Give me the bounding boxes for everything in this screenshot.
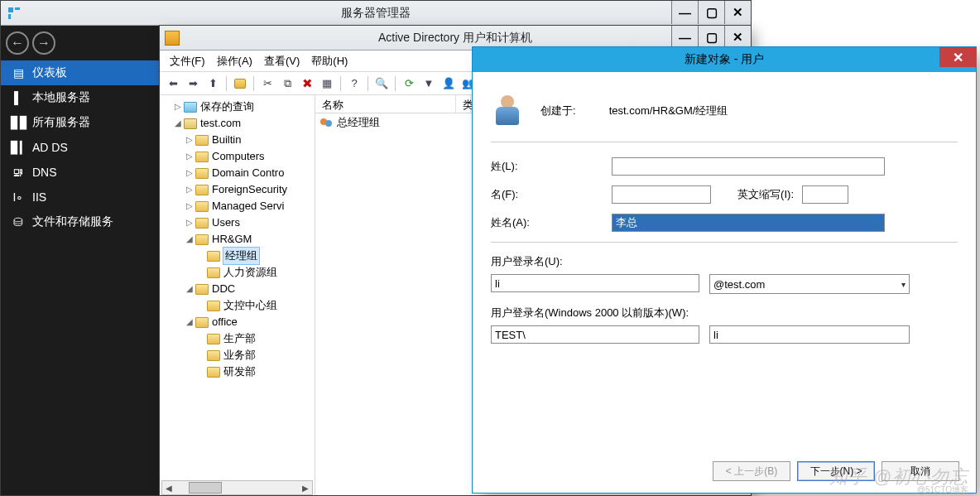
expand-icon[interactable]: ◢ xyxy=(185,231,194,248)
back-icon[interactable]: ⬅ xyxy=(165,75,181,92)
tree-node[interactable]: ▷Domain Contro xyxy=(163,165,315,181)
folder-icon xyxy=(184,118,197,129)
close-button[interactable]: ✕ xyxy=(724,26,751,49)
full-name-label: 姓名(A): xyxy=(491,215,612,230)
tree-label: ForeignSecurity xyxy=(212,181,287,198)
sidebar-item-label: IIS xyxy=(32,190,46,204)
expand-icon[interactable]: ▷ xyxy=(185,132,194,148)
nav-forward-button[interactable]: → xyxy=(32,31,55,55)
nav-back-button[interactable]: ← xyxy=(6,31,29,55)
tree-node[interactable]: ◢test.com xyxy=(163,115,315,132)
tree-label: 经理组 xyxy=(223,248,259,264)
menu-item[interactable]: 帮助(H) xyxy=(311,54,348,69)
minimize-button[interactable]: — xyxy=(671,1,698,24)
sidebar-item[interactable]: ▊▊所有服务器 xyxy=(1,110,160,135)
tree-node[interactable]: ▷Users xyxy=(163,214,315,231)
horizontal-scrollbar[interactable]: ◀▶ xyxy=(161,480,313,495)
sidebar-item[interactable]: ⛁文件和存储服务 xyxy=(1,209,160,234)
full-name-input[interactable]: 李总 xyxy=(612,214,885,232)
sam-domain-input xyxy=(491,325,699,344)
folder-icon xyxy=(207,334,220,344)
sidebar-icon: I∘ xyxy=(11,190,26,204)
cut-icon[interactable]: ✂ xyxy=(259,75,276,92)
sam-label: 用户登录名(Windows 2000 以前版本)(W): xyxy=(491,306,958,320)
sidebar-item[interactable]: ▊▎AD DS xyxy=(1,135,160,160)
menu-item[interactable]: 操作(A) xyxy=(217,54,252,69)
initials-label: 英文缩写(I): xyxy=(711,187,802,202)
new-user-icon[interactable]: 👤 xyxy=(440,75,457,92)
sidebar-item[interactable]: I∘IIS xyxy=(1,185,160,209)
chevron-down-icon: ▾ xyxy=(901,280,906,289)
tree-label: Computers xyxy=(212,148,265,165)
folder-icon xyxy=(195,284,209,295)
tree-node[interactable]: 人力资源组 xyxy=(163,264,315,281)
maximize-button[interactable]: ▢ xyxy=(698,1,724,24)
sam-user-input[interactable] xyxy=(709,325,910,344)
close-button[interactable]: ✕ xyxy=(724,1,751,24)
expand-icon[interactable]: ▷ xyxy=(185,165,194,181)
expand-icon[interactable]: ▷ xyxy=(185,181,194,198)
help-icon[interactable]: ? xyxy=(346,75,363,92)
sidebar-item-label: 文件和存储服务 xyxy=(32,214,113,229)
upn-user-input[interactable] xyxy=(491,274,699,292)
expand-icon[interactable]: ▷ xyxy=(173,99,182,115)
svg-rect-1 xyxy=(15,7,20,10)
expand-icon[interactable]: ◢ xyxy=(185,314,194,330)
tree-node[interactable]: ◢HR&GM xyxy=(163,231,315,248)
tree-node[interactable]: ▷Computers xyxy=(163,148,315,165)
minimize-button[interactable]: — xyxy=(671,26,698,49)
sidebar-icon: ▤ xyxy=(11,66,26,79)
tree-label: 人力资源组 xyxy=(223,264,277,281)
menu-item[interactable]: 文件(F) xyxy=(170,54,205,69)
up-icon[interactable]: ⬆ xyxy=(204,75,221,92)
next-button[interactable]: 下一步(N) > xyxy=(797,461,875,481)
folder-icon xyxy=(195,317,209,328)
tree-node[interactable]: ▷保存的查询 xyxy=(163,99,315,115)
col-type[interactable]: 类 xyxy=(456,95,471,113)
sidebar-item[interactable]: ▌本地服务器 xyxy=(1,85,160,110)
properties-icon[interactable]: ▦ xyxy=(319,75,335,92)
tree-node[interactable]: 生产部 xyxy=(163,330,315,347)
tree-label: 研发部 xyxy=(223,364,256,380)
filter-icon[interactable]: ▼ xyxy=(420,75,437,92)
back-button: < 上一步(B) xyxy=(713,461,790,481)
refresh-icon[interactable]: ⟳ xyxy=(401,75,417,92)
upn-domain-value: @test.com xyxy=(713,278,765,291)
group-icon xyxy=(320,117,334,128)
tree-node[interactable]: ▷Managed Servi xyxy=(163,198,315,214)
find-icon[interactable]: 🔍 xyxy=(373,75,390,92)
initials-input[interactable] xyxy=(802,185,848,204)
folder-icon[interactable] xyxy=(232,75,248,92)
server-manager-title: 服务器管理器 xyxy=(1,6,751,21)
sidebar-item[interactable]: ▤仪表板 xyxy=(1,60,160,85)
cancel-button[interactable]: 取消 xyxy=(882,461,959,481)
expand-icon[interactable]: ◢ xyxy=(173,115,182,132)
first-name-input[interactable] xyxy=(612,185,711,204)
folder-icon xyxy=(195,234,209,245)
folder-icon xyxy=(195,201,209,212)
maximize-button[interactable]: ▢ xyxy=(698,26,724,49)
last-name-input[interactable] xyxy=(612,157,885,176)
sidebar-item-label: 本地服务器 xyxy=(32,90,90,105)
tree-node[interactable]: 研发部 xyxy=(163,364,315,380)
aduc-tree[interactable]: ▷保存的查询◢test.com▷Builtin▷Computers▷Domain… xyxy=(160,95,315,495)
col-name[interactable]: 名称 xyxy=(315,95,456,113)
expand-icon[interactable]: ▷ xyxy=(185,214,194,231)
tree-node[interactable]: 文控中心组 xyxy=(163,297,315,314)
tree-node[interactable]: ◢office xyxy=(163,314,315,330)
upn-domain-select[interactable]: @test.com ▾ xyxy=(709,274,910,294)
tree-node[interactable]: 业务部 xyxy=(163,347,315,364)
sidebar-item[interactable]: 🖳DNS xyxy=(1,160,160,185)
forward-icon[interactable]: ➡ xyxy=(185,75,201,92)
tree-node[interactable]: ◢DDC xyxy=(163,281,315,297)
tree-node[interactable]: ▷Builtin xyxy=(163,132,315,148)
expand-icon[interactable]: ◢ xyxy=(185,281,194,297)
menu-item[interactable]: 查看(V) xyxy=(264,54,300,69)
expand-icon[interactable]: ▷ xyxy=(185,148,194,165)
close-button[interactable]: ✕ xyxy=(939,47,976,67)
expand-icon[interactable]: ▷ xyxy=(185,198,194,214)
copy-icon[interactable]: ⧉ xyxy=(279,75,295,92)
tree-node[interactable]: 经理组 xyxy=(163,248,315,264)
delete-icon[interactable]: ✖ xyxy=(299,75,315,92)
tree-node[interactable]: ▷ForeignSecurity xyxy=(163,181,315,198)
